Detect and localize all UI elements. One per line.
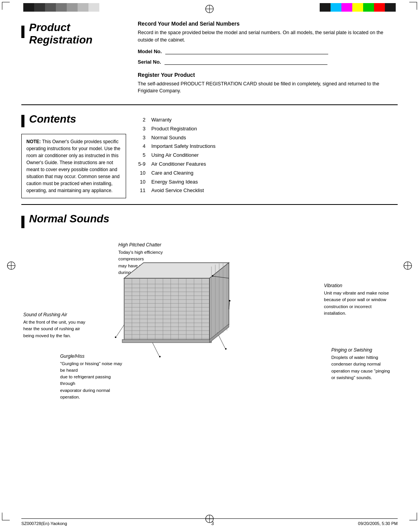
pinging-label: Pinging or Swishing Droplets of water hi… (331, 347, 390, 381)
color-bar-right (320, 3, 396, 12)
record-numbers-title: Record Your Model and Serial Numbers (138, 21, 398, 27)
pinging-desc: Droplets of water hittingcondenser durin… (331, 354, 390, 381)
rushing-air-title: Sound of Rushing Air (23, 311, 85, 318)
reg-mark-left (7, 261, 16, 271)
contents-black-bar (21, 115, 24, 127)
model-label: Model No. (138, 49, 162, 54)
contents-item-label: Care and Cleaning (151, 169, 398, 177)
reg-mark-top (205, 5, 214, 14)
contents-item-label: Using Air Conditioner (151, 151, 398, 159)
contents-page-num: 2 (134, 116, 145, 124)
contents-item-label: Warranty (151, 116, 398, 124)
record-numbers-body: Record in the space provided below the m… (138, 29, 398, 44)
sounds-black-bar (21, 216, 24, 228)
vibration-title: Vibration (324, 282, 390, 289)
contents-page-num: 11 (134, 187, 145, 195)
contents-row: 10Energy Saving Ideas (134, 178, 398, 186)
reg-mark-right (403, 261, 412, 271)
rushing-air-label: Sound of Rushing Air At the front of the… (23, 311, 85, 339)
register-product-body: The self-addressed PRODUCT REGISTRATION … (138, 80, 398, 95)
footer-page-number: 3 (211, 521, 214, 526)
contents-page-num: 5-9 (134, 160, 145, 168)
contents-row: 3Normal Sounds (134, 134, 398, 142)
high-pitched-title: High Pitched Chatter (118, 241, 184, 248)
svg-point-41 (115, 336, 116, 338)
vibration-label: Vibration Unit may vibrate and make nois… (324, 282, 390, 317)
crop-mark-tl (2, 2, 10, 10)
svg-point-45 (159, 356, 161, 357)
contents-page-num: 3 (134, 134, 145, 142)
model-line (165, 49, 328, 54)
note-bold: NOTE: (26, 139, 41, 144)
svg-line-40 (116, 325, 124, 336)
page-footer: SZ000728(En)-Yaokong 3 09/20/2005, 5:30 … (21, 518, 398, 526)
contents-page-num: 10 (134, 178, 145, 186)
product-reg-header: Product Registration (21, 17, 126, 46)
note-text: This Owner's Guide provides specific ope… (26, 139, 120, 193)
crop-mark-bl (2, 513, 10, 520)
serial-number-field: Serial No. (138, 59, 398, 65)
contents-main-title: Contents (29, 113, 76, 125)
serial-line (164, 59, 327, 65)
pinging-title: Pinging or Swishing (331, 347, 390, 354)
normal-sounds-header: Normal Sounds (21, 213, 398, 231)
product-reg-content: Record Your Model and Serial Numbers Rec… (138, 17, 398, 99)
contents-page-num: 4 (134, 142, 145, 151)
vibration-desc: Unit may vibrate and make noisebecause o… (324, 290, 390, 317)
normal-sounds-section: Normal Sounds High Pitched Chatter Today… (21, 213, 398, 402)
product-registration-section: Product Registration Record Your Model a… (21, 17, 398, 105)
svg-point-43 (225, 348, 227, 350)
normal-sounds-title: Normal Sounds (29, 213, 109, 225)
product-reg-main-title: Product Registration (29, 21, 126, 46)
contents-row: 5-9Air Conditioner Features (134, 160, 398, 168)
rushing-air-desc: At the front of the unit, you mayhear th… (23, 319, 85, 339)
contents-page-num: 10 (134, 169, 145, 177)
contents-row: 10Care and Cleaning (134, 169, 398, 177)
contents-table: 2Warranty3Product Registration3Normal So… (134, 113, 398, 198)
serial-label: Serial No. (138, 59, 161, 65)
contents-section: Contents NOTE: This Owner's Guide provid… (21, 113, 398, 205)
contents-item-label: Product Registration (151, 125, 398, 133)
contents-page-num: 3 (134, 125, 145, 133)
product-reg-title-area: Product Registration (21, 17, 126, 99)
contents-item-label: Energy Saving Ideas (151, 178, 398, 186)
contents-row: 3Product Registration (134, 125, 398, 133)
contents-row: 11Avoid Service Checklist (134, 187, 398, 195)
footer-right: 09/20/2005, 5:30 PM (358, 521, 398, 526)
black-bar-decoration (21, 26, 24, 38)
contents-item-label: Air Conditioner Features (151, 160, 398, 168)
contents-title-area: Contents NOTE: This Owner's Guide provid… (21, 113, 126, 198)
ac-unit-illustration (93, 255, 256, 375)
svg-rect-3 (124, 278, 210, 340)
contents-header: Contents (21, 113, 126, 129)
contents-row: 2Warranty (134, 116, 398, 124)
register-product-title: Register Your Product (138, 72, 398, 78)
contents-page-num: 5 (134, 151, 145, 159)
footer-left: SZ000728(En)-Yaokong (21, 521, 67, 526)
color-bar-left (23, 3, 99, 12)
svg-point-37 (212, 275, 213, 277)
contents-item-label: Avoid Service Checklist (151, 187, 398, 195)
contents-row: 5Using Air Conditioner (134, 151, 398, 159)
crop-mark-br (409, 513, 417, 520)
crop-mark-tr (409, 2, 417, 10)
svg-point-39 (229, 300, 230, 302)
contents-item-label: Normal Sounds (151, 134, 398, 142)
contents-item-label: Important Safety Instructions (151, 142, 398, 151)
sounds-diagram: High Pitched Chatter Today's high effici… (21, 236, 398, 402)
svg-rect-46 (122, 340, 211, 343)
contents-row: 4Important Safety Instructions (134, 142, 398, 151)
model-number-field: Model No. (138, 49, 398, 54)
note-box: NOTE: This Owner's Guide provides specif… (21, 134, 126, 198)
